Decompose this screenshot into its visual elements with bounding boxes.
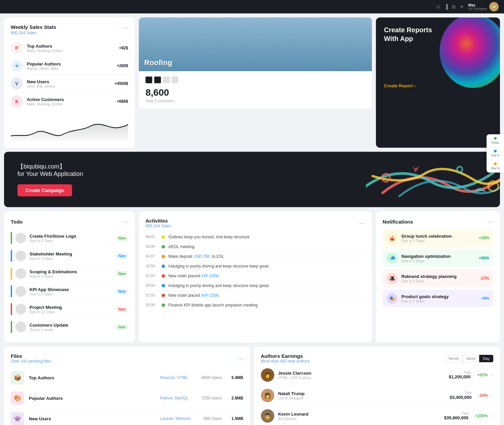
todo-label: KPI App Showcase xyxy=(30,287,69,292)
activity-item: 08:42 Outlines keep you honest. And keep… xyxy=(146,232,365,242)
topbar: ⊙ ▐ ⊞ ☀ Max UX Designer M xyxy=(0,0,504,13)
todo-badge: New xyxy=(116,253,128,259)
active-customers-icon: b xyxy=(11,95,23,107)
activity-dot xyxy=(162,294,165,297)
box3 xyxy=(163,77,170,83)
stripe xyxy=(11,232,12,244)
todo-badge: New xyxy=(116,324,128,330)
notif-icon: 🎭 xyxy=(387,293,397,304)
campaign-banner: 【biqubiqu.com】 for Your Web Application … xyxy=(4,152,500,207)
todo-due: Due In 3 Days xyxy=(30,256,72,261)
todo-label: Create FireStone Logo xyxy=(30,234,76,239)
card-menu-dots[interactable]: ⋯ xyxy=(122,24,128,32)
create-report-link[interactable]: Create Report › xyxy=(384,83,415,88)
activity-dot xyxy=(162,284,165,287)
chevron-right-icon: › xyxy=(414,83,415,88)
todo-avatar xyxy=(15,286,26,297)
row4: Files Over 100 pending files ⋯ 📦 Top Aut… xyxy=(4,346,500,425)
authors-earnings-subtitle: More than 400 new authors xyxy=(261,359,310,364)
new-customers-number: 8,600 xyxy=(146,87,365,98)
file-size: 2.8MB xyxy=(227,396,243,400)
author-avatar: 👩 xyxy=(261,389,274,402)
file-users: 7200 Users xyxy=(199,396,222,400)
stripe xyxy=(11,321,12,333)
todo-due: Due In 5 Days xyxy=(30,274,77,278)
author-pct: +230% xyxy=(475,414,488,418)
activity-link[interactable]: #XF-2356. xyxy=(201,274,220,278)
signal-icon: ▐ xyxy=(444,4,448,9)
todo-badge: New xyxy=(116,235,128,241)
new-customers-label: New Customers xyxy=(146,99,365,103)
row1: Weekly Sales Stats 890,344 Sales ⋯ P Top… xyxy=(4,17,500,148)
notif-due: Due in 7 Days xyxy=(401,299,449,303)
author-role: UI/UX Designer xyxy=(278,396,305,400)
theme-icon[interactable]: ☀ xyxy=(460,4,464,9)
author-pct: +52% xyxy=(477,373,488,377)
panel-item-buyn[interactable]: Buy N xyxy=(491,162,500,170)
grid-icon[interactable]: ⊞ xyxy=(452,4,456,9)
author-chevron-icon[interactable]: › xyxy=(492,393,493,398)
notif-label: Rebrand strategy planning xyxy=(401,274,457,279)
notifications-title: Notifications xyxy=(383,219,413,225)
activity-link[interactable]: USD 700. xyxy=(193,254,211,259)
create-campaign-button[interactable]: Create Campaign xyxy=(17,184,72,196)
file-name: Top Authors xyxy=(29,375,54,380)
sales-chart xyxy=(11,114,128,141)
files-item: 👾 New Users Laravel, Metronic 890 Users … xyxy=(11,409,243,425)
stat-sub: Mark, Rowling, Esther xyxy=(27,49,63,53)
notif-label: Product goals strategy xyxy=(401,294,449,299)
author-role: HTML, CSS Coding xyxy=(278,376,312,380)
roofing-title: Roofing xyxy=(144,58,172,67)
notif-icon: 🧢 xyxy=(387,253,397,264)
month-button[interactable]: Month xyxy=(445,355,463,362)
files-card: Files Over 100 pending files ⋯ 📦 Top Aut… xyxy=(4,346,250,425)
todo-badge: New xyxy=(116,271,128,277)
todo-avatar xyxy=(15,233,26,243)
avatar[interactable]: M xyxy=(489,2,499,11)
author-chevron-icon[interactable]: › xyxy=(492,372,493,378)
box4 xyxy=(172,77,178,83)
file-users: 4600 Users xyxy=(199,375,222,380)
author-chevron-icon[interactable]: › xyxy=(492,413,493,419)
todo-avatar xyxy=(15,250,26,261)
todo-menu-dots[interactable]: ⋯ xyxy=(122,218,128,225)
user-name: Max xyxy=(468,3,487,7)
weekly-sales-title: Weekly Sales Stats xyxy=(11,24,128,30)
todo-item: Scoping & Estimations Due In 5 Days New xyxy=(11,265,128,283)
stat-sub: Mark, Rowling, Esther xyxy=(27,102,64,106)
activity-dot xyxy=(162,255,165,258)
stat-sub: John, Pat, Jimmy xyxy=(27,84,55,88)
files-item: 📦 Top Authors ReactJs, HTML 4600 Users 5… xyxy=(11,368,243,388)
author-item: 👨 Kevin Leonard Art Director Paid $35,60… xyxy=(261,406,494,425)
notif-item: 🧢 Navigation optimization Due in 2 Days … xyxy=(383,249,493,267)
file-size: 1.5MB xyxy=(227,416,243,421)
todo-item: Project Meeting Due In 12 Days New xyxy=(11,300,128,318)
activity-dot xyxy=(162,274,165,278)
notif-item: 🎪 Group lunch celebration Due in 2 Days … xyxy=(383,229,493,247)
day-button[interactable]: Day xyxy=(479,355,493,362)
week-button[interactable]: Week xyxy=(463,355,480,362)
panel-item-geth[interactable]: Get H xyxy=(491,150,499,157)
todo-card: Todo ⋯ Create FireStone Logo Due In 2 Da… xyxy=(4,211,135,342)
author-item: 👩 Natali Trump UI/UX Designer Paid $3,40… xyxy=(261,385,494,406)
notif-item: 🎩 Rebrand strategy planning Due in 5 Day… xyxy=(383,270,493,287)
todo-avatar xyxy=(15,268,26,279)
files-menu-dots[interactable]: ⋯ xyxy=(237,355,243,362)
notif-pct: -27% xyxy=(480,276,489,281)
roofing-card: Roofing 8,600 New Customers xyxy=(139,17,372,109)
todo-item: KPI App Showcase Due In 2 Days New xyxy=(11,283,128,300)
author-name: Natali Trump xyxy=(278,391,305,396)
main-content: Weekly Sales Stats 890,344 Sales ⋯ P Top… xyxy=(0,13,504,425)
todo-title: Todo xyxy=(11,219,23,225)
todo-avatar xyxy=(15,322,26,332)
panel-item-prebu[interactable]: Prebu xyxy=(491,137,499,144)
todo-label: Project Meeting xyxy=(30,305,62,310)
activity-dot xyxy=(162,245,165,248)
notifications-menu-dots[interactable]: ⋯ xyxy=(487,218,493,225)
search-icon[interactable]: ⊙ xyxy=(436,4,440,9)
notif-pct: +28% xyxy=(479,236,489,240)
activities-menu-dots[interactable]: ⋯ xyxy=(359,220,365,227)
nc-boxes xyxy=(146,77,365,83)
user-info: Max UX Designer M xyxy=(468,2,499,11)
activity-link[interactable]: #XF-2356. xyxy=(201,293,220,298)
